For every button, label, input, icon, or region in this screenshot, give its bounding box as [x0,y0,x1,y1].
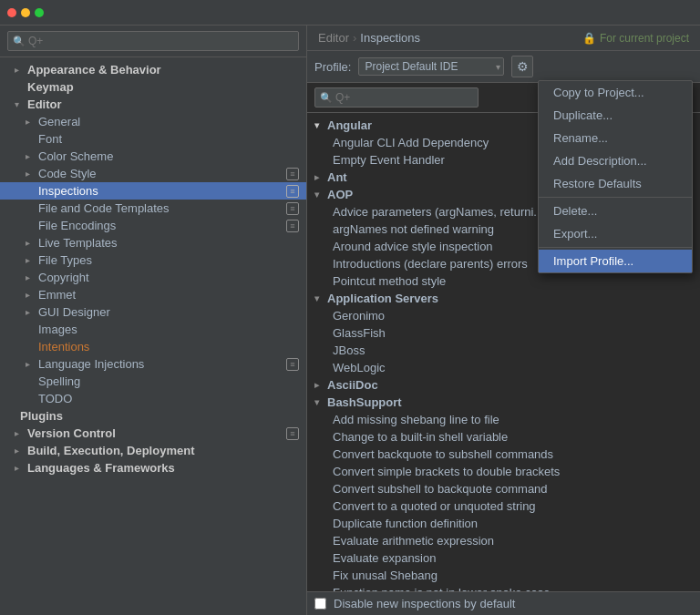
close-button[interactable] [7,8,16,17]
insp-label: Change to a built-in shell variable [333,430,508,444]
insp-label: Advice parameters (argNames, returni... [333,205,543,219]
sidebar-item-plugins[interactable]: Plugins [0,407,306,425]
sidebar-item-label: Images [38,323,77,336]
insp-appservers-0[interactable]: Geronimo [307,307,700,324]
sidebar-item-label: Languages & Frameworks [27,461,175,475]
sidebar-item-label: Code Style [38,167,97,180]
inspections-search-input[interactable] [314,87,479,108]
sidebar-item-fileencodings[interactable]: File Encodings ≡ [0,217,306,234]
sidebar-item-label: Keymap [27,80,74,94]
sidebar-item-label: Appearance & Behavior [27,63,161,77]
insp-bash-0[interactable]: Add missing shebang line to file [307,411,700,428]
sidebar-item-label: File Encodings [38,219,116,232]
insp-bash-8[interactable]: Evaluate expansion [307,549,700,567]
minimize-button[interactable] [21,8,30,17]
sidebar-item-label: Build, Execution, Deployment [27,444,194,457]
insp-bash-7[interactable]: Evaluate arithmetic expression [307,532,700,549]
profile-label: Profile: [314,60,351,74]
breadcrumb-separator: › [353,31,356,45]
insp-label: Convert backquote to subshell commands [333,447,553,461]
insp-bash-4[interactable]: Convert subshell to backquote command [307,480,700,497]
insp-appservers-2[interactable]: JBoss [307,342,700,359]
insp-bash-10[interactable]: Function name is not in lower snake case [307,584,700,591]
group-bashsupport[interactable]: BashSupport [307,394,700,411]
sidebar-item-spelling[interactable]: Spelling [0,373,306,390]
sidebar-item-label: Version Control [27,426,116,440]
sidebar-item-copyright[interactable]: Copyright [0,269,306,286]
insp-bash-5[interactable]: Convert to a quoted or unquoted string [307,497,700,515]
breadcrumb-editor: Editor [318,31,349,45]
sidebar-item-guidesigner[interactable]: GUI Designer [0,303,306,321]
badge-icon: ≡ [286,185,299,198]
sidebar-item-keymap[interactable]: Keymap [0,78,306,96]
sidebar-item-filecodetemplates[interactable]: File and Code Templates ≡ [0,200,306,217]
menu-copy-to-project[interactable]: Copy to Project... [539,81,692,104]
sidebar-item-languageinjections[interactable]: Language Injections ≡ [0,355,306,373]
insp-label: Around advice style inspection [333,240,493,253]
menu-add-description[interactable]: Add Description... [539,149,692,172]
context-menu: Copy to Project... Duplicate... Rename..… [538,80,693,273]
sidebar-item-inspections[interactable]: Inspections ≡ [0,182,306,200]
insp-label: WebLogic [333,361,386,374]
badge-icon: ≡ [286,358,299,371]
insp-appservers-1[interactable]: GlassFish [307,324,700,342]
chevron-icon [314,190,325,200]
sidebar-item-buildexecution[interactable]: Build, Execution, Deployment [0,442,306,459]
window-controls [7,8,44,17]
chevron-icon [314,380,325,390]
insp-label: Convert to a quoted or unquoted string [333,499,536,513]
insp-label: Angular CLI Add Dependency [333,136,489,149]
chevron-icon [26,238,36,248]
settings-sidebar: 🔍 Appearance & Behavior Keymap Editor [0,26,307,615]
sidebar-item-livetemplates[interactable]: Live Templates [0,234,306,251]
sidebar-item-images[interactable]: Images [0,321,306,338]
chevron-icon [26,255,36,265]
badge-icon: ≡ [286,220,299,232]
footer-checkbox-label: Disable new inspections by default [334,597,515,610]
insp-bash-9[interactable]: Fix unusal Shebang [307,567,700,584]
sidebar-item-font[interactable]: Font [0,130,306,148]
sidebar-item-versioncontrol[interactable]: Version Control ≡ [0,425,306,442]
sidebar-item-languagesframeworks[interactable]: Languages & Frameworks [0,459,306,477]
breadcrumb-inspections: Inspections [360,31,420,45]
for-current-project[interactable]: 🔒 For current project [582,32,689,45]
menu-delete[interactable]: Delete... [539,200,692,222]
chevron-icon [26,307,36,317]
menu-import-profile[interactable]: Import Profile... [539,250,692,272]
menu-restore-defaults[interactable]: Restore Defaults [539,172,692,195]
insp-bash-2[interactable]: Convert backquote to subshell commands [307,446,700,463]
gear-button[interactable]: ⚙ [511,56,533,77]
sidebar-item-todo[interactable]: TODO [0,390,306,407]
sidebar-item-intentions[interactable]: Intentions [0,338,306,355]
right-panel: Editor › Inspections 🔒 For current proje… [307,26,700,615]
sidebar-item-label: Font [38,132,62,146]
sidebar-item-editor[interactable]: Editor [0,96,306,113]
search-icon: 🔍 [13,36,26,47]
group-label: Ant [327,170,347,184]
sidebar-search-input[interactable] [7,31,299,51]
sidebar-item-label: GUI Designer [38,305,110,319]
sidebar-item-general[interactable]: General [0,113,306,130]
sidebar-item-filetypes[interactable]: File Types [0,251,306,269]
insp-aop-4[interactable]: Pointcut method style [307,272,700,290]
menu-duplicate[interactable]: Duplicate... [539,104,692,127]
chevron-icon [26,117,36,127]
sidebar-item-appearance[interactable]: Appearance & Behavior [0,61,306,78]
menu-export[interactable]: Export... [539,222,692,245]
menu-rename[interactable]: Rename... [539,127,692,149]
sidebar-item-emmet[interactable]: Emmet [0,286,306,303]
disable-new-inspections-checkbox[interactable] [314,598,326,610]
main-content: 🔍 Appearance & Behavior Keymap Editor [0,26,700,615]
profile-select-wrap: Project Default IDE ▾ [358,57,504,76]
sidebar-item-colorscheme[interactable]: Color Scheme [0,148,306,165]
insp-appservers-3[interactable]: WebLogic [307,359,700,376]
sidebar-item-codestyle[interactable]: Code Style ≡ [0,165,306,182]
insp-bash-6[interactable]: Duplicate function definition [307,515,700,532]
sidebar-item-label: Editor [27,97,62,111]
maximize-button[interactable] [35,8,44,17]
group-appservers[interactable]: Application Servers [307,290,700,307]
group-asciidoc[interactable]: AsciiDoc [307,376,700,394]
insp-bash-3[interactable]: Convert simple brackets to double bracke… [307,463,700,480]
profile-select[interactable]: Project Default IDE [358,57,504,76]
insp-bash-1[interactable]: Change to a built-in shell variable [307,428,700,446]
